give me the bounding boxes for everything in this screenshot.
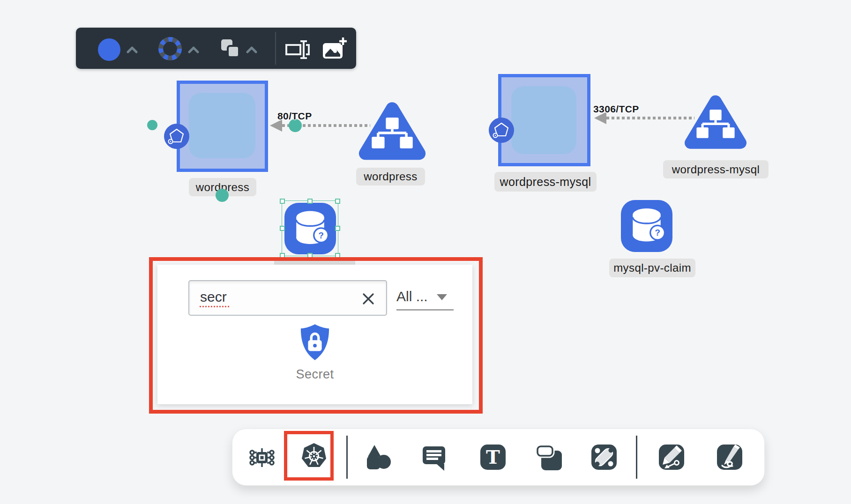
- kind-filter-dropdown[interactable]: All ...: [396, 289, 428, 304]
- node-wordpress-mysql-service[interactable]: [685, 90, 746, 154]
- highlighter-tool-icon[interactable]: [717, 444, 743, 470]
- persistent-volume-claim-icon: ?: [621, 200, 672, 252]
- selection-handle[interactable]: [280, 253, 285, 258]
- edge-wordpress-mysql[interactable]: [606, 117, 694, 119]
- wordpress-mysql-deployment-inner-shape: [511, 86, 576, 154]
- dropdown-caret-icon[interactable]: [437, 294, 447, 300]
- canvas[interactable]: wordpress 80/TCP wordpress wordpress-mys…: [0, 0, 851, 504]
- node-wordpress-service[interactable]: [358, 98, 426, 163]
- pen-tool-icon[interactable]: [658, 444, 685, 470]
- label-text: wordpress: [364, 170, 417, 183]
- resource-picker-panel: secr All ... Secret: [157, 265, 472, 404]
- connection-point-dot[interactable]: [216, 189, 229, 202]
- node-label-wordpress-mysql-deployment[interactable]: wordpress-mysql: [494, 172, 597, 192]
- shapes-tool-icon[interactable]: [364, 444, 390, 470]
- text-tool-icon[interactable]: T: [480, 444, 506, 470]
- selection-handle[interactable]: [335, 199, 340, 204]
- svg-text:?: ?: [655, 228, 660, 237]
- wordpress-deployment-inner-shape: [189, 93, 255, 158]
- dropdown-underline: [396, 309, 454, 311]
- result-secret[interactable]: Secret: [268, 323, 362, 398]
- selection-handle[interactable]: [280, 199, 285, 204]
- edge-port-label: 3306/TCP: [593, 104, 639, 115]
- tool-palette: T: [232, 429, 765, 486]
- pod-icon: [488, 117, 515, 145]
- edge-port-label: 80/TCP: [277, 111, 312, 122]
- clear-search-icon[interactable]: [362, 292, 375, 305]
- fill-expand-chevron-icon[interactable]: [127, 46, 138, 55]
- node-mysql-pv-claim[interactable]: ?: [621, 200, 672, 252]
- rename-shape-icon[interactable]: [285, 39, 310, 62]
- connection-point-dot[interactable]: [147, 120, 157, 130]
- label-text: wordpress-mysql: [672, 163, 760, 176]
- toolbar-divider: [275, 32, 276, 65]
- selection-handle[interactable]: [335, 226, 340, 231]
- svg-text:T: T: [486, 446, 500, 468]
- pod-icon: [164, 123, 190, 151]
- label-text: mysql-pv-claim: [613, 261, 691, 274]
- selection-handle[interactable]: [280, 226, 285, 231]
- selection-handle[interactable]: [335, 253, 340, 258]
- kubernetes-tool-icon[interactable]: [300, 442, 327, 468]
- node-label-mysql-pv-claim[interactable]: mysql-pv-claim: [609, 259, 695, 277]
- node-label-wordpress-service[interactable]: wordpress: [356, 168, 425, 185]
- selection-handle[interactable]: [307, 199, 313, 204]
- stroke-expand-chevron-icon[interactable]: [188, 46, 199, 55]
- stroke-style-ring-icon[interactable]: [157, 36, 183, 64]
- toolbar-divider: [346, 436, 348, 479]
- selection-box: [282, 201, 338, 256]
- connector-tool-icon[interactable]: [591, 444, 617, 470]
- comment-tool-icon[interactable]: [421, 444, 447, 470]
- search-query-text: secr: [200, 289, 229, 307]
- label-text: wordpress-mysql: [500, 175, 591, 189]
- infra-diagram-tool-icon[interactable]: [248, 444, 275, 470]
- fill-color-swatch[interactable]: [98, 38, 120, 61]
- duplicate-expand-chevron-icon[interactable]: [246, 46, 257, 55]
- selection-handle[interactable]: [307, 253, 313, 258]
- secret-shield-icon: [299, 323, 331, 362]
- duplicate-shape-icon[interactable]: [220, 38, 241, 61]
- insert-image-icon[interactable]: [321, 37, 348, 64]
- search-input[interactable]: secr: [188, 280, 387, 316]
- style-toolbar: [76, 28, 356, 69]
- result-label: Secret: [296, 367, 334, 382]
- frame-tool-icon[interactable]: [536, 444, 562, 470]
- node-label-wordpress-mysql-service[interactable]: wordpress-mysql: [663, 160, 769, 178]
- toolbar-divider: [636, 436, 637, 479]
